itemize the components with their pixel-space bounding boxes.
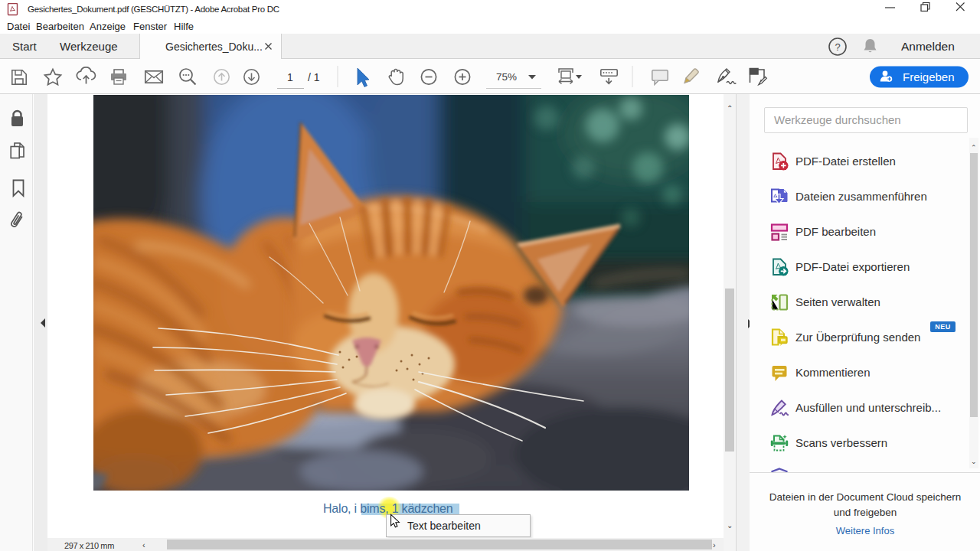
- svg-text:Freigeben: Freigeben: [903, 70, 955, 83]
- svg-text:1: 1: [287, 71, 293, 83]
- svg-text:75%: 75%: [496, 71, 517, 83]
- svg-text:/ 1: / 1: [308, 71, 320, 83]
- svg-text:?: ?: [835, 41, 840, 53]
